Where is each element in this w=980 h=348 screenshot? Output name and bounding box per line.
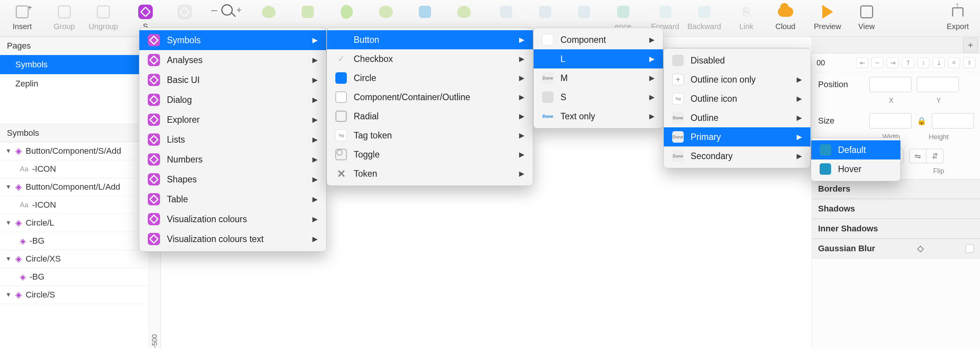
- menu-item[interactable]: Basic UI▶: [139, 70, 326, 90]
- menu-item[interactable]: Explorer▶: [139, 110, 326, 130]
- size-height-input[interactable]: [932, 113, 974, 128]
- shape-tool-2[interactable]: [292, 4, 323, 31]
- inner-shadows-panel[interactable]: Inner Shadows: [812, 219, 980, 239]
- menu-item[interactable]: DonePrimary▶: [664, 127, 810, 146]
- disclose-icon[interactable]: ▼: [5, 148, 11, 154]
- align-center-v-icon[interactable]: ↕: [917, 57, 929, 68]
- distribute-h-icon[interactable]: ≡: [948, 57, 960, 68]
- menu-item[interactable]: DoneM▶: [534, 68, 663, 88]
- menu-item-label: Radial: [354, 111, 512, 122]
- menu-item[interactable]: Circle▶: [327, 68, 533, 88]
- shape-tool-1[interactable]: [253, 4, 284, 31]
- position-y-input[interactable]: [917, 77, 959, 92]
- menu-item[interactable]: Dialog▶: [139, 90, 326, 110]
- shape-tool-3[interactable]: [332, 4, 362, 31]
- menu-item[interactable]: ✕Token▶: [327, 164, 533, 183]
- menu-item[interactable]: Hover: [811, 159, 900, 179]
- align-right-icon[interactable]: ⇥: [887, 57, 899, 68]
- detach-symbol-tool[interactable]: [169, 4, 200, 31]
- menu-item[interactable]: Default: [811, 140, 900, 159]
- menu-item[interactable]: Button▶: [327, 30, 533, 49]
- submenu-arrow-icon: ▶: [312, 115, 318, 124]
- menu-item[interactable]: ✓Checkbox▶: [327, 49, 533, 68]
- cloud-tool[interactable]: Cloud: [770, 4, 801, 31]
- menu-item[interactable]: S▶: [534, 88, 663, 107]
- view-icon: [860, 5, 873, 18]
- page-symbols[interactable]: Symbols: [0, 55, 149, 74]
- variant-submenu: DefaultHover: [811, 138, 901, 181]
- layer-row[interactable]: Aa-ICON: [0, 160, 149, 178]
- layer-row[interactable]: ◈-BG: [0, 232, 149, 250]
- menu-item[interactable]: Component/Container/Outline▶: [327, 88, 533, 107]
- link-tool[interactable]: ⎘Link: [731, 4, 762, 31]
- bool-union[interactable]: [491, 4, 521, 31]
- borders-panel[interactable]: Borders: [812, 179, 980, 199]
- menu-item[interactable]: Visualization colours▶: [139, 209, 326, 229]
- menu-item[interactable]: DoneOutline▶: [664, 108, 810, 127]
- disclose-icon[interactable]: ▼: [5, 220, 11, 226]
- flip-v-icon[interactable]: ⇵: [926, 149, 943, 163]
- bool-subtract[interactable]: [530, 4, 560, 31]
- menu-item[interactable]: TagTag token▶: [327, 126, 533, 145]
- insert-tool[interactable]: Insert: [7, 4, 38, 31]
- create-symbol-tool[interactable]: S: [130, 4, 161, 31]
- menu-item[interactable]: Symbols▶: [139, 30, 326, 50]
- layer-row[interactable]: ◈-BG: [0, 268, 149, 286]
- menu-item[interactable]: Table▶: [139, 189, 326, 209]
- menu-item[interactable]: Shapes▶: [139, 169, 326, 189]
- bool-difference[interactable]: ence: [608, 4, 639, 31]
- distribute-v-icon[interactable]: ⦀: [963, 57, 975, 68]
- menu-item[interactable]: Component▶: [534, 30, 663, 49]
- layer-row[interactable]: ▼◈Button/Component/S/Add: [0, 142, 149, 160]
- ungroup-label: Ungroup: [89, 22, 118, 31]
- zoom-in[interactable]: +: [237, 5, 242, 15]
- blur-panel[interactable]: Gaussian Blur◇: [812, 239, 980, 259]
- shadows-panel[interactable]: Shadows: [812, 199, 980, 219]
- flip-h-icon[interactable]: ⇋: [910, 149, 926, 163]
- disclose-icon[interactable]: ▼: [5, 291, 11, 298]
- shape-tool-4[interactable]: [371, 4, 401, 31]
- lock-icon[interactable]: 🔒: [917, 116, 926, 125]
- align-bottom-icon[interactable]: ⤓: [933, 57, 945, 68]
- bool-intersect[interactable]: [569, 4, 599, 31]
- position-x-input[interactable]: [869, 77, 911, 92]
- menu-item[interactable]: Lists▶: [139, 130, 326, 150]
- disclose-icon[interactable]: ▼: [5, 184, 11, 190]
- align-center-h-icon[interactable]: ↔: [871, 57, 884, 68]
- shape-tool-5[interactable]: [410, 4, 440, 31]
- group-tool[interactable]: Group: [49, 4, 80, 31]
- shape-tool-6[interactable]: [449, 4, 479, 31]
- menu-item[interactable]: Analyses▶: [139, 50, 326, 70]
- view-tool[interactable]: View: [851, 4, 882, 31]
- size-width-input[interactable]: [869, 113, 911, 128]
- menu-item[interactable]: Radial▶: [327, 107, 533, 126]
- menu-item[interactable]: DoneText only▶: [534, 107, 663, 126]
- layer-row[interactable]: ▼◈Circle/XS: [0, 250, 149, 268]
- zoom-out[interactable]: –: [211, 4, 217, 16]
- menu-item[interactable]: +Outline icon only▶: [664, 70, 810, 89]
- preview-tool[interactable]: Preview: [812, 4, 843, 31]
- menu-item[interactable]: Disabled: [664, 51, 810, 70]
- disclose-icon[interactable]: ▼: [5, 255, 11, 262]
- forward-tool[interactable]: Forward: [650, 4, 681, 31]
- align-left-icon[interactable]: ⇤: [856, 57, 868, 68]
- page-zeplin[interactable]: Zeplin: [0, 74, 149, 93]
- layer-row[interactable]: ▼◈Button/Component/L/Add: [0, 178, 149, 196]
- menu-item[interactable]: L▶: [534, 49, 663, 68]
- ungroup-tool[interactable]: Ungroup: [88, 4, 119, 31]
- add-tab-button[interactable]: +: [963, 38, 978, 52]
- menu-item[interactable]: Visualization colours text▶: [139, 229, 326, 249]
- menu-item[interactable]: Toggle▶: [327, 145, 533, 164]
- flip-label: Flip: [918, 167, 960, 175]
- menu-item[interactable]: Numbers▶: [139, 150, 326, 169]
- menu-item[interactable]: TagOutline icon▶: [664, 89, 810, 108]
- menu-item[interactable]: DoneSecondary▶: [664, 146, 810, 166]
- layer-row[interactable]: ▼◈Circle/L: [0, 214, 149, 232]
- align-top-icon[interactable]: ⤒: [902, 57, 914, 68]
- blur-checkbox[interactable]: [965, 244, 974, 253]
- backward-tool[interactable]: Backward: [689, 4, 720, 31]
- layer-row[interactable]: Aa-ICON: [0, 196, 149, 214]
- zoom-icon[interactable]: [221, 4, 233, 16]
- export-tool[interactable]: Export: [942, 4, 973, 31]
- layer-row[interactable]: ▼◈Circle/S: [0, 286, 149, 304]
